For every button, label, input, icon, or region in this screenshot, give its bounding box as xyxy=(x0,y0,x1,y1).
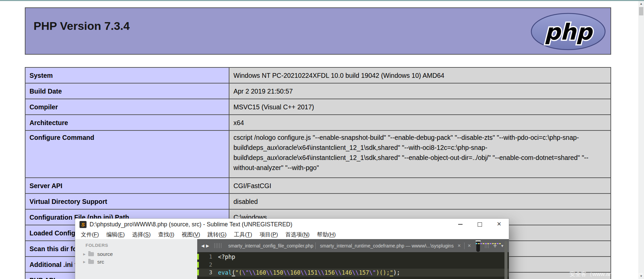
folder-label: source xyxy=(97,251,113,257)
table-row: Architecturex64 xyxy=(25,115,611,130)
screen: PHP Version 7.3.4 php SystemWindows NT P… xyxy=(0,0,644,279)
minimap[interactable] xyxy=(476,240,501,244)
row-value: cscript /nologo configure.js "--enable-s… xyxy=(229,130,611,178)
git-added-marker xyxy=(197,262,199,268)
code-area[interactable]: 1<?php23eval("(\"\\160\\150\\160\\151\\1… xyxy=(197,252,509,279)
table-row: CompilerMSVC15 (Visual C++ 2017) xyxy=(25,99,611,115)
sidebar-item-src[interactable]: ▶ src xyxy=(75,258,197,266)
watermark: 安全客（www.anquanke.com） xyxy=(570,270,644,278)
table-row: Virtual Directory Supportdisabled xyxy=(25,193,611,209)
sublime-titlebar[interactable]: S D:\phpstudy_pro\WWW\8.php (source, src… xyxy=(75,219,509,230)
menu-item-t[interactable]: 工具(T) xyxy=(230,231,256,238)
table-row: Server APICGI/FastCGI xyxy=(25,178,611,193)
folders-header: FOLDERS xyxy=(86,243,197,248)
phpinfo-header: PHP Version 7.3.4 php xyxy=(25,7,611,55)
row-label: Server API xyxy=(25,178,229,193)
sublime-logo-icon: S xyxy=(79,221,87,228)
git-added-marker xyxy=(197,254,199,260)
row-value: Apr 2 2019 21:50:57 xyxy=(229,83,611,99)
code-line-2: 2 xyxy=(197,261,509,269)
sidebar-item-source[interactable]: ▶ source xyxy=(75,250,197,258)
close-icon: × xyxy=(497,220,501,228)
row-value: x64 xyxy=(229,115,611,130)
chevron-right-icon[interactable]: ▶ xyxy=(83,260,86,264)
sublime-content: FOLDERS ▶ source ▶ src ◀▶ smarty_interna… xyxy=(75,239,509,279)
tab-nav-arrows[interactable]: ◀▶ xyxy=(197,243,212,248)
tab-config-file-compiler[interactable]: smarty_internal_config_file_compiler.php xyxy=(224,243,315,248)
menu-item-s[interactable]: 选择(S) xyxy=(128,231,154,238)
code-text: <?php xyxy=(218,254,235,260)
minimap-line-1 xyxy=(476,240,481,241)
minimap-line-3 xyxy=(476,243,501,244)
menu-item-h[interactable]: 帮助(H) xyxy=(313,231,339,238)
menu-item-p[interactable]: 项目(P) xyxy=(256,231,282,238)
tab-close-icon[interactable]: × xyxy=(454,243,464,249)
row-label: System xyxy=(25,67,229,83)
close-button[interactable]: × xyxy=(489,219,509,230)
svg-text:php: php xyxy=(544,19,593,45)
code-line-1: 1<?php xyxy=(197,253,509,261)
sublime-sidebar: FOLDERS ▶ source ▶ src xyxy=(75,239,197,279)
nav-right-icon: ▶ xyxy=(206,243,211,248)
tab-drag-ticks xyxy=(214,243,221,248)
maximize-button[interactable] xyxy=(470,219,489,230)
code-text: eval("(\"\\160\\150\\160\\151\\156\\146\… xyxy=(218,269,400,276)
code-line-3: 3eval("(\"\\160\\150\\160\\151\\156\\146… xyxy=(197,269,509,277)
line-number: 3 xyxy=(197,269,217,277)
folder-icon xyxy=(88,252,94,256)
menu-item-v[interactable]: 视图(V) xyxy=(178,231,204,238)
tab-close-icon[interactable]: × xyxy=(465,243,474,249)
table-row: Configure Commandcscript /nologo configu… xyxy=(25,130,611,178)
git-added-marker xyxy=(197,270,199,275)
line-number: 2 xyxy=(197,261,217,269)
sublime-editor: ◀▶ smarty_internal_config_file_compiler.… xyxy=(197,239,509,279)
scrollbar-thumb[interactable] xyxy=(639,7,643,15)
chevron-right-icon[interactable]: ▶ xyxy=(83,253,86,256)
line-number: 1 xyxy=(197,253,217,261)
window-controls: × xyxy=(450,219,509,230)
tab-list-caret-icon[interactable]: ▼ xyxy=(500,244,504,248)
tab-runtime-codeframe[interactable]: smarty_internal_runtime_codeframe.php — … xyxy=(316,243,454,248)
scroll-up-icon[interactable]: ▲ xyxy=(638,2,644,5)
row-label: Configure Command xyxy=(25,130,229,178)
browser-edge-line xyxy=(0,0,644,1)
table-row: Build DateApr 2 2019 21:50:57 xyxy=(25,83,611,99)
nav-left-icon: ◀ xyxy=(201,243,206,248)
page-title: PHP Version 7.3.4 xyxy=(25,8,610,33)
folder-icon xyxy=(88,260,94,264)
minimize-button[interactable] xyxy=(450,219,470,230)
editor-scrollbar-thumb[interactable] xyxy=(504,241,507,279)
page-scrollbar[interactable]: ▲ ▼ xyxy=(638,0,644,279)
maximize-icon xyxy=(478,222,482,227)
row-label: Architecture xyxy=(25,115,229,130)
row-value: CGI/FastCGI xyxy=(229,178,611,193)
folder-label: src xyxy=(97,259,104,265)
menu-item-i[interactable]: 查找(I) xyxy=(154,231,178,238)
menu-item-e[interactable]: 编辑(E) xyxy=(103,231,128,238)
menu-item-g[interactable]: 跳转(G) xyxy=(204,231,230,238)
php-logo: php xyxy=(530,12,606,51)
row-value: MSVC15 (Visual C++ 2017) xyxy=(229,99,611,115)
minimize-icon xyxy=(458,224,463,225)
row-label: Virtual Directory Support xyxy=(25,193,229,209)
menu-item-f[interactable]: 文件(F) xyxy=(77,231,103,238)
tab-bar: ◀▶ smarty_internal_config_file_compiler.… xyxy=(197,239,509,252)
table-row: SystemWindows NT PC-20210224XFDL 10.0 bu… xyxy=(25,67,611,83)
window-title: D:\phpstudy_pro\WWW\8.php (source, src) … xyxy=(90,221,292,228)
row-value: disabled xyxy=(229,193,611,209)
row-label: Compiler xyxy=(25,99,229,115)
menu-item-n[interactable]: 首选项(N) xyxy=(282,231,313,238)
row-value: Windows NT PC-20210224XFDL 10.0 build 19… xyxy=(229,67,611,83)
sublime-menubar: 文件(F)编辑(E)选择(S)查找(I)视图(V)跳转(G)工具(T)项目(P)… xyxy=(75,230,509,239)
row-label: Build Date xyxy=(25,83,229,99)
sublime-window: S D:\phpstudy_pro\WWW\8.php (source, src… xyxy=(75,219,509,279)
